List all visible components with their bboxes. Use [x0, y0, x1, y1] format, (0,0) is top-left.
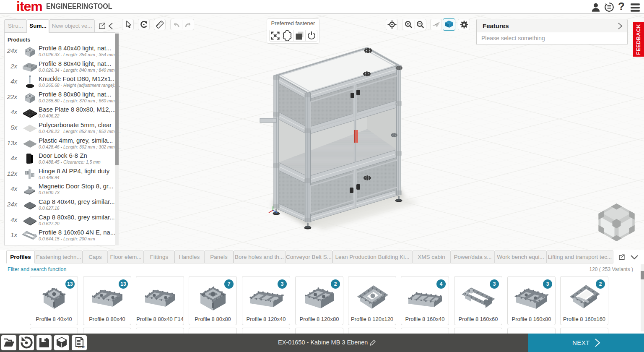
svg-text:PDF: PDF [78, 345, 85, 349]
